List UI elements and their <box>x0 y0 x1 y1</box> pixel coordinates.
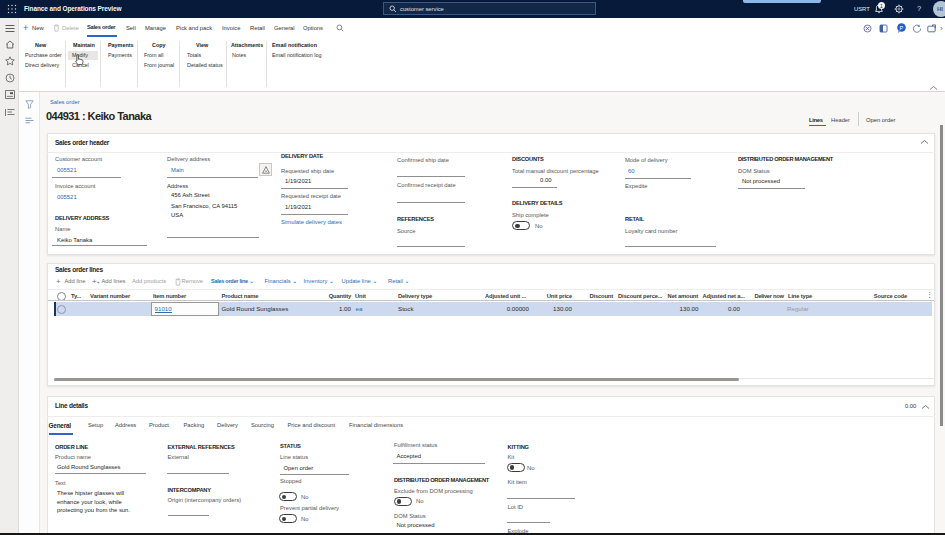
svg-text:P: P <box>900 25 904 31</box>
